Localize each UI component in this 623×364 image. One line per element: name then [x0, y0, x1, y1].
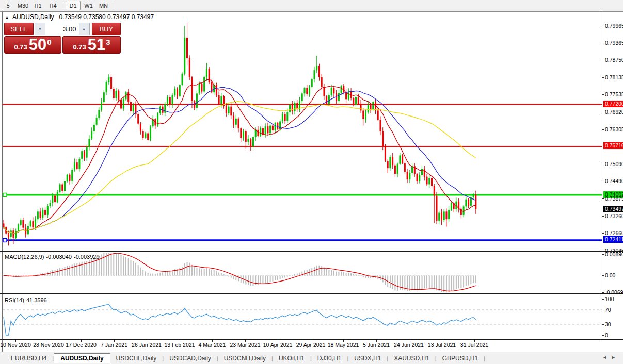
date-label: 23 Mar 2021 — [230, 342, 261, 348]
macd-histogram-bar — [426, 276, 427, 289]
macd-histogram-bar — [417, 276, 418, 290]
macd-histogram-bar — [394, 276, 395, 291]
timeframe-button-d1[interactable]: D1 — [66, 1, 81, 10]
tab-scroll-right-icon[interactable]: ► — [611, 355, 620, 360]
tab-scroll-left-icon[interactable]: ◄ — [602, 355, 611, 360]
macd-histogram-bar — [346, 273, 347, 276]
candle-body — [116, 91, 117, 98]
chart-tab-xauusd[interactable]: XAUUSD,H1 — [388, 353, 435, 363]
macd-histogram-bar — [116, 253, 117, 276]
price-chart-canvas[interactable] — [3, 12, 602, 252]
pane-separator[interactable] — [0, 293, 623, 294]
price-chart-pane[interactable] — [3, 12, 602, 252]
price-axis-border — [602, 12, 602, 339]
candle-body — [421, 169, 423, 175]
candle-body — [32, 221, 34, 227]
candle-body — [42, 210, 43, 218]
candle-body — [318, 66, 320, 77]
macd-histogram-bar — [400, 276, 401, 290]
candle-body — [74, 162, 75, 170]
candle-body — [338, 93, 340, 101]
candle-body — [186, 38, 188, 58]
macd-histogram-bar — [449, 276, 450, 292]
candle-body — [277, 123, 278, 129]
macd-histogram-bar — [397, 276, 398, 291]
macd-histogram-bar — [65, 267, 66, 275]
macd-histogram-bar — [446, 276, 447, 293]
chart-tab-eurusd[interactable]: EURUSD,H4 — [5, 353, 52, 363]
macd-histogram-bar — [189, 263, 190, 276]
candle-body — [106, 82, 107, 92]
pane-separator[interactable] — [0, 251, 623, 252]
candle-body — [233, 115, 234, 125]
candle-body — [379, 120, 381, 131]
candle-body — [240, 128, 242, 138]
price-tick — [602, 43, 604, 43]
macd-histogram-bar — [74, 263, 75, 275]
timeframe-button-mn[interactable]: MN — [97, 1, 110, 10]
macd-histogram-bar — [284, 276, 285, 278]
chart-tab-usdcnh[interactable]: USDCNH,Daily — [218, 353, 271, 363]
toolbar-separator — [114, 1, 114, 10]
chart-tab-usdx[interactable]: USDX,H1 — [348, 353, 387, 363]
macd-histogram-bar — [451, 276, 452, 291]
candle-body — [78, 159, 80, 169]
timeframe-button-h1[interactable]: H1 — [31, 1, 45, 10]
timeframe-button-w1[interactable]: W1 — [82, 1, 95, 10]
macd-histogram-bar — [341, 272, 342, 276]
macd-histogram-bar — [138, 265, 139, 275]
line-marker-icon[interactable] — [3, 193, 7, 197]
line-marker-icon[interactable] — [3, 238, 7, 242]
price-tick — [602, 129, 604, 130]
candle-body — [311, 79, 313, 87]
candle-body — [191, 77, 193, 101]
price-axis-label: 0.73260 — [605, 213, 623, 219]
candle-body — [189, 58, 190, 77]
rsi-axis-label: 0 — [605, 332, 608, 338]
price-axis-label: 0.73875 — [605, 195, 623, 202]
rsi-canvas[interactable] — [3, 295, 602, 339]
macd-label: MACD(12,26,9)-0.003040-0.003929 — [5, 254, 102, 260]
chart-tab-gbpusd[interactable]: GBPUSD,H1 — [437, 353, 484, 363]
chart-tab-usdchf[interactable]: USDCHF,Daily — [110, 353, 163, 363]
candle-body — [50, 203, 51, 206]
timeframe-button-5[interactable]: 5 — [1, 1, 15, 10]
macd-histogram-bar — [196, 268, 197, 275]
candle-body — [436, 196, 437, 221]
chart-tab-strip: EURUSD,H4|AUDUSD,DailyUSDCHF,Daily|USDCA… — [0, 352, 623, 364]
candle-body — [377, 110, 379, 120]
macd-axis-label: 0.008903 — [605, 251, 623, 257]
candle-body — [294, 103, 296, 112]
date-label: 7 Jan 2021 — [101, 342, 127, 348]
candle-body — [252, 137, 254, 146]
candle-body — [443, 211, 445, 220]
candle-body — [8, 234, 9, 237]
candle-body — [243, 131, 244, 138]
date-label: 31 Jul 2021 — [460, 342, 488, 348]
chart-tab-audusd[interactable]: AUDUSD,Daily — [54, 353, 110, 363]
chart-tab-dj30[interactable]: DJ30,H1 — [312, 353, 347, 363]
candle-body — [177, 89, 178, 96]
rsi-indicator-pane[interactable] — [3, 295, 602, 339]
macd-histogram-bar — [304, 270, 305, 275]
timeframe-button-m30[interactable]: M30 — [16, 1, 30, 10]
time-axis-separator — [0, 339, 623, 340]
chart-tab-usdcad[interactable]: USDCAD,Daily — [164, 353, 217, 363]
candle-body — [235, 119, 237, 125]
date-label: 5 Jun 2021 — [363, 342, 390, 348]
macd-signal-value: -0.003929 — [74, 254, 100, 260]
chart-tab-ukoil[interactable]: UKOil,H1 — [273, 353, 310, 363]
candle-body — [345, 92, 347, 99]
candle-body — [431, 178, 433, 186]
candle-body — [289, 105, 291, 112]
candle-body — [25, 228, 26, 235]
candle-body — [167, 97, 168, 104]
macd-histogram-bar — [333, 271, 334, 276]
date-label: 10 Nov 2020 — [0, 342, 31, 348]
macd-histogram-bar — [233, 276, 234, 279]
date-label: 13 Feb 2021 — [165, 342, 195, 348]
macd-histogram-bar — [145, 271, 146, 275]
candle-body — [157, 113, 158, 126]
price-tick — [602, 112, 604, 112]
timeframe-button-h4[interactable]: H4 — [46, 1, 60, 10]
